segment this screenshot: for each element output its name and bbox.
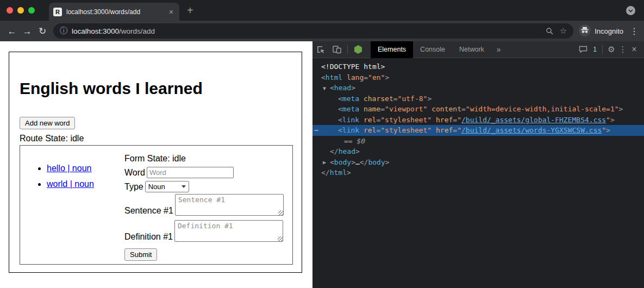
word-input[interactable]: [147, 167, 234, 178]
tree-line[interactable]: </html>: [312, 167, 644, 178]
tree-line[interactable]: <meta name="viewport" content="width=dev…: [312, 104, 644, 115]
type-select[interactable]: Noun: [145, 181, 189, 192]
web-page: English words I learned Add new word Rou…: [0, 41, 312, 288]
word-link[interactable]: world | noun: [47, 179, 94, 189]
elements-tree: <!DOCTYPE html><html lang="en">▼<head><m…: [312, 58, 644, 288]
page-title: English words I learned: [20, 79, 302, 98]
issues-icon[interactable]: [576, 42, 590, 57]
browser-tab[interactable]: R localhost:3000/words/add ×: [49, 3, 179, 21]
window-controls: [7, 7, 35, 14]
tab-close-icon[interactable]: ×: [167, 8, 175, 16]
form-state-text: Form State: idle: [124, 153, 292, 164]
add-word-form: Form State: idle Word Type Noun: [124, 146, 292, 264]
devtools-toolbar: ElementsConsoleNetwork » 1 ⚙ ⋮ ×: [312, 41, 644, 58]
word-list-item: hello | noun: [47, 163, 124, 173]
submit-button[interactable]: Submit: [124, 248, 157, 261]
definition-label: Definition #1: [124, 231, 173, 242]
type-select-value: Noun: [148, 183, 165, 191]
close-window-button[interactable]: [7, 7, 13, 14]
sentence-label: Sentence #1: [124, 205, 173, 216]
new-tab-button[interactable]: +: [187, 5, 193, 16]
settings-gear-icon[interactable]: ⚙: [605, 45, 618, 54]
incognito-label: Incognito: [595, 27, 623, 35]
url-path: /words/add: [119, 27, 155, 35]
tab-strip: R localhost:3000/words/add × +: [0, 0, 644, 21]
words-panel: hello | nounworld | noun Form State: idl…: [20, 145, 293, 265]
devtools-close-icon[interactable]: ×: [628, 45, 641, 54]
tab-search-icon[interactable]: [626, 6, 635, 15]
tree-line[interactable]: ▼<head>: [312, 83, 644, 93]
reload-button[interactable]: ↻: [35, 27, 50, 36]
devtools-panel: ElementsConsoleNetwork » 1 ⚙ ⋮ × <!DOCTY…: [312, 41, 644, 288]
extension-hexagon-icon[interactable]: [351, 42, 365, 57]
devtools-tab-elements[interactable]: Elements: [371, 41, 413, 58]
word-label: Word: [124, 167, 145, 178]
forward-button[interactable]: →: [20, 27, 35, 36]
back-button[interactable]: ←: [4, 27, 20, 36]
tab-favicon-icon: R: [53, 8, 62, 16]
expander-arrow-icon[interactable]: ▼: [323, 83, 330, 94]
expander-arrow-icon[interactable]: ▶: [323, 157, 330, 168]
window-content: English words I learned Add new word Rou…: [0, 41, 644, 288]
issues-count: 1: [593, 46, 597, 53]
devtools-tab-network[interactable]: Network: [452, 41, 491, 58]
address-bar[interactable]: ⓘ localhost:3000/words/add ☆: [53, 23, 573, 39]
route-state-text: Route State: idle: [20, 133, 302, 143]
tree-line[interactable]: ⋯<link rel="stylesheet" href="/build/_as…: [312, 125, 644, 136]
sentence-textarea[interactable]: [175, 194, 284, 216]
zoom-magnifier-icon[interactable]: [546, 27, 553, 35]
device-toolbar-icon[interactable]: [330, 42, 344, 57]
tree-line[interactable]: <meta charset="utf-8">: [312, 93, 644, 104]
app-container: English words I learned Add new word Rou…: [9, 52, 302, 273]
browser-toolbar: ← → ↻ ⓘ localhost:3000/words/add ☆ Incog…: [0, 21, 644, 41]
maximize-window-button[interactable]: [28, 7, 35, 14]
type-label: Type: [124, 181, 143, 192]
browser-menu-icon[interactable]: ⋮: [629, 26, 640, 36]
tree-line[interactable]: <html lang="en">: [312, 72, 644, 83]
definition-textarea[interactable]: [174, 220, 283, 242]
tree-line[interactable]: == $0: [312, 136, 644, 147]
devtools-tab-console[interactable]: Console: [413, 41, 452, 58]
bookmark-star-icon[interactable]: ☆: [560, 26, 567, 36]
tree-line[interactable]: <!DOCTYPE html>: [312, 61, 644, 72]
word-list-item: world | noun: [47, 179, 124, 189]
devtools-tabs: ElementsConsoleNetwork: [371, 41, 491, 58]
devtools-menu-icon[interactable]: ⋮: [618, 45, 628, 54]
node-menu-icon[interactable]: ⋯: [314, 125, 318, 136]
more-tabs-icon[interactable]: »: [497, 45, 501, 54]
site-info-icon[interactable]: ⓘ: [60, 26, 67, 36]
select-caret-icon: [182, 185, 186, 188]
browser-window: R localhost:3000/words/add × + ← → ↻ ⓘ l…: [0, 0, 644, 288]
incognito-icon: [579, 24, 591, 38]
tree-line[interactable]: </head>: [312, 146, 644, 157]
minimize-window-button[interactable]: [17, 7, 24, 14]
tree-line[interactable]: <link rel="stylesheet" href="/build/_ass…: [312, 115, 644, 126]
inspect-element-icon[interactable]: [314, 42, 328, 57]
tree-line[interactable]: ▶<body>…</body>: [312, 157, 644, 168]
tab-title: localhost:3000/words/add: [66, 8, 167, 16]
words-list: hello | nounworld | noun: [20, 163, 124, 264]
url-text: localhost:3000/words/add: [72, 27, 155, 35]
add-new-word-button[interactable]: Add new word: [20, 117, 75, 129]
incognito-badge: Incognito: [579, 24, 623, 38]
word-link[interactable]: hello | noun: [47, 164, 91, 173]
url-host: localhost:3000: [72, 27, 119, 35]
